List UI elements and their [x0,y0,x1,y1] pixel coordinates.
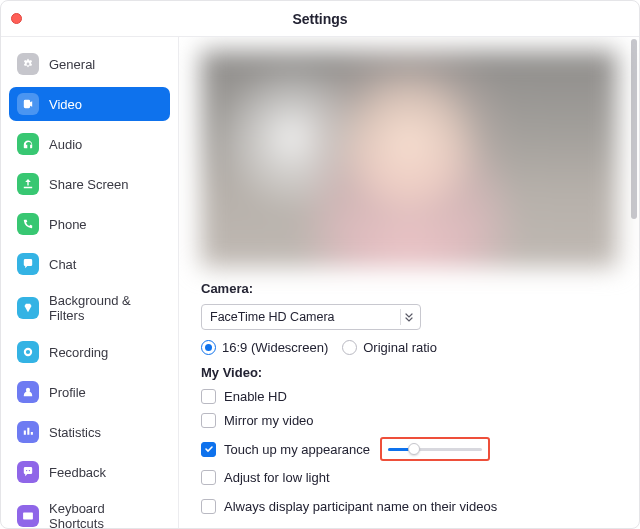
video-icon [17,93,39,115]
sidebar-item-label: Statistics [49,425,101,440]
window-controls [11,13,22,24]
display-name-checkbox[interactable] [201,499,216,514]
keyboard-icon [17,505,39,527]
settings-content: Camera: FaceTime HD Camera 16:9 (Widescr… [179,37,639,528]
ratio-original-radio[interactable]: Original ratio [342,340,437,355]
sidebar-item-label: Recording [49,345,108,360]
display-name-label: Always display participant name on their… [224,499,497,514]
window-title: Settings [1,11,639,27]
sidebar-item-label: Video [49,97,82,112]
sidebar-item-phone[interactable]: Phone [9,207,170,241]
enable-hd-checkbox[interactable] [201,389,216,404]
record-icon [17,341,39,363]
radio-icon [342,340,357,355]
low-light-checkbox[interactable] [201,470,216,485]
filters-icon [17,297,39,319]
sidebar-item-audio[interactable]: Audio [9,127,170,161]
chevron-down-icon [400,309,416,325]
scrollbar[interactable] [631,39,637,219]
camera-section-label: Camera: [201,281,617,296]
slider-thumb[interactable] [408,443,420,455]
sidebar-item-label: Profile [49,385,86,400]
stats-icon [17,421,39,443]
phone-icon [17,213,39,235]
share-icon [17,173,39,195]
sidebar-item-label: Feedback [49,465,106,480]
sidebar-item-label: General [49,57,95,72]
sidebar-item-label: Share Screen [49,177,129,192]
titlebar: Settings [1,1,639,37]
mirror-video-label: Mirror my video [224,413,314,428]
sidebar-item-label: Keyboard Shortcuts [49,501,162,528]
sidebar-item-label: Background & Filters [49,293,162,323]
ratio-widescreen-label: 16:9 (Widescreen) [222,340,328,355]
touch-up-checkbox[interactable] [201,442,216,457]
mirror-video-checkbox[interactable] [201,413,216,428]
camera-select[interactable]: FaceTime HD Camera [201,304,421,330]
sidebar-item-keyboard-shortcuts[interactable]: Keyboard Shortcuts [9,495,170,528]
sidebar-item-video[interactable]: Video [9,87,170,121]
headphones-icon [17,133,39,155]
sidebar-item-share-screen[interactable]: Share Screen [9,167,170,201]
ratio-original-label: Original ratio [363,340,437,355]
sidebar-item-feedback[interactable]: Feedback [9,455,170,489]
chat-icon [17,253,39,275]
sidebar-item-recording[interactable]: Recording [9,335,170,369]
my-video-section-label: My Video: [201,365,617,380]
camera-selected-value: FaceTime HD Camera [210,310,335,324]
enable-hd-label: Enable HD [224,389,287,404]
profile-icon [17,381,39,403]
radio-icon [201,340,216,355]
touch-up-label: Touch up my appearance [224,442,370,457]
sidebar-item-label: Phone [49,217,87,232]
low-light-label: Adjust for low light [224,470,330,485]
sidebar-item-label: Chat [49,257,76,272]
sidebar-item-background-filters[interactable]: Background & Filters [9,287,170,329]
feedback-icon [17,461,39,483]
settings-sidebar: GeneralVideoAudioShare ScreenPhoneChatBa… [1,37,179,528]
camera-preview [201,51,617,267]
gear-icon [17,53,39,75]
sidebar-item-label: Audio [49,137,82,152]
ratio-widescreen-radio[interactable]: 16:9 (Widescreen) [201,340,328,355]
sidebar-item-statistics[interactable]: Statistics [9,415,170,449]
sidebar-item-general[interactable]: General [9,47,170,81]
touch-up-slider[interactable] [388,448,482,451]
close-window-button[interactable] [11,13,22,24]
sidebar-item-chat[interactable]: Chat [9,247,170,281]
touch-up-slider-highlight [380,437,490,461]
sidebar-item-profile[interactable]: Profile [9,375,170,409]
